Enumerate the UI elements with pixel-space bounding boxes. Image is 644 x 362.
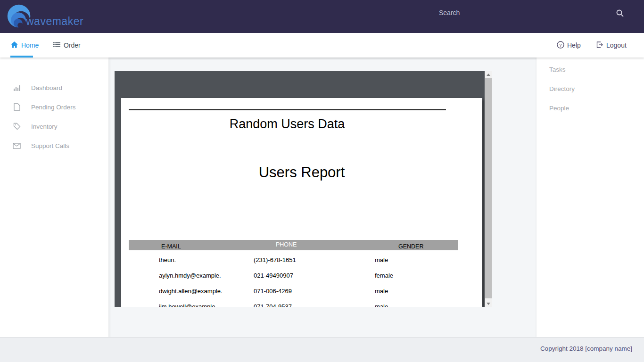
pdf-report-title: Users Report <box>121 164 482 181</box>
pdf-scrollbar[interactable] <box>485 71 492 307</box>
navbar: Home Order ? Help <box>0 33 644 58</box>
list-icon <box>53 41 60 49</box>
sidebar-item-tasks[interactable]: Tasks <box>549 65 566 74</box>
tab-home-label: Home <box>21 41 39 49</box>
triangle-up-icon <box>487 74 490 76</box>
table-header-row: E-MAIL PHONE GENDER <box>129 240 458 250</box>
sidebar-item-support-calls[interactable]: Support Calls <box>13 141 69 150</box>
scroll-up-button[interactable] <box>485 71 492 78</box>
active-tab-indicator <box>10 56 33 58</box>
triangle-down-icon <box>487 303 490 305</box>
sidebar-item-people[interactable]: People <box>549 103 569 113</box>
sidebar-item-label: Directory <box>549 85 575 92</box>
document-icon <box>13 103 21 111</box>
tab-home[interactable]: Home <box>11 33 39 58</box>
sidebar-item-label: Tasks <box>549 66 566 73</box>
sidebar-item-label: People <box>549 105 569 112</box>
sidebar-item-label: Dashboard <box>31 84 62 91</box>
pdf-header-rule <box>129 109 446 110</box>
table-row: aylyn.hmdy@example. 021-49490907 female <box>129 266 458 281</box>
logout-label: Logout <box>606 41 627 49</box>
cell-gender: male <box>375 256 388 263</box>
sidebar-item-label: Inventory <box>31 123 58 130</box>
pdf-page: Random Users Data Users Report E-MAIL PH… <box>121 98 482 307</box>
tag-icon <box>13 123 21 131</box>
cell-email: jim.howell@example. <box>159 303 217 307</box>
sidebar-item-inventory[interactable]: Inventory <box>13 122 58 131</box>
sidebar-item-pending-orders[interactable]: Pending Orders <box>13 102 76 112</box>
help-icon: ? <box>557 41 564 50</box>
bar-chart-icon <box>13 84 21 92</box>
top-header: wavemaker <box>0 0 644 33</box>
cell-email: dwight.allen@example. <box>159 288 223 295</box>
scrollbar-thumb[interactable] <box>485 78 492 298</box>
cell-phone: 071-006-4269 <box>254 288 292 295</box>
left-sidebar: Dashboard Pending Orders Inventory <box>0 58 108 337</box>
sidebar-item-directory[interactable]: Directory <box>549 84 575 93</box>
table-row: jim.howell@example. 071-704-9537 male <box>129 297 458 307</box>
col-header-gender: GENDER <box>398 243 423 250</box>
copyright-text: Copyright 2018 [company name] <box>540 345 632 352</box>
help-label: Help <box>567 41 581 49</box>
svg-text:?: ? <box>559 42 561 47</box>
table-row: dwight.allen@example. 071-006-4269 male <box>129 281 458 297</box>
home-icon <box>11 41 18 49</box>
sidebar-item-dashboard[interactable]: Dashboard <box>13 83 62 92</box>
sidebar-item-label: Pending Orders <box>31 104 76 111</box>
pdf-doc-title: Random Users Data <box>121 117 453 132</box>
app-window: wavemaker Home <box>0 0 644 362</box>
cell-gender: male <box>375 288 388 295</box>
scroll-down-button[interactable] <box>485 300 492 307</box>
brand-name: wavemaker <box>26 15 83 28</box>
cell-phone: 021-49490907 <box>254 272 293 279</box>
search-box <box>436 6 636 21</box>
logout-icon <box>596 41 603 50</box>
search-input[interactable] <box>436 6 636 21</box>
footer: Copyright 2018 [company name] <box>0 337 644 362</box>
cell-gender: male <box>375 303 388 307</box>
tab-order[interactable]: Order <box>53 33 81 58</box>
right-sidebar: Tasks Directory People <box>537 58 644 337</box>
main-content: Random Users Data Users Report E-MAIL PH… <box>108 58 537 337</box>
col-header-phone: PHONE <box>276 241 297 248</box>
help-button[interactable]: ? Help <box>557 33 581 58</box>
cell-gender: female <box>375 272 393 279</box>
sidebar-item-label: Support Calls <box>31 142 69 149</box>
brand-logo: wavemaker <box>6 3 83 30</box>
envelope-icon <box>13 142 21 150</box>
search-icon[interactable] <box>616 9 624 19</box>
cell-phone: 071-704-9537 <box>254 303 292 307</box>
cell-email: aylyn.hmdy@example. <box>159 272 221 279</box>
cell-phone: (231)-678-1651 <box>254 256 296 263</box>
tab-order-label: Order <box>64 41 81 49</box>
table-row: theun. (231)-678-1651 male <box>129 250 458 266</box>
pdf-users-table: E-MAIL PHONE GENDER theun. (231)-678-165… <box>129 240 458 307</box>
cell-email: theun. <box>159 256 176 263</box>
pdf-viewer: Random Users Data Users Report E-MAIL PH… <box>115 71 492 307</box>
col-header-email: E-MAIL <box>161 243 181 250</box>
logout-button[interactable]: Logout <box>596 33 627 58</box>
